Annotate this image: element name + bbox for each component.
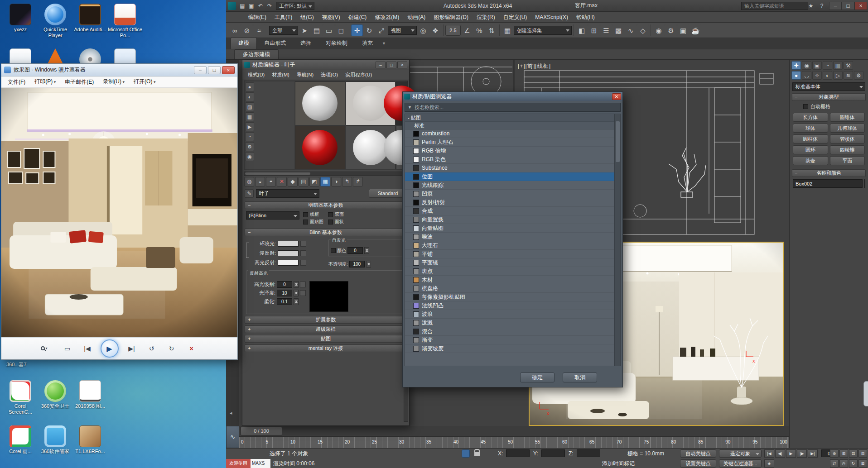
object-type-button[interactable]: 球体 [793, 124, 828, 133]
rollout-blinn-basic-params[interactable]: Blinn 基本参数 [245, 229, 407, 236]
desktop-icon-corel-draw[interactable]: Corel 画... [3, 425, 38, 454]
map-list-scrollbar[interactable] [614, 114, 620, 366]
pv-minimize-button[interactable]: – [194, 66, 207, 74]
object-type-button[interactable]: 几何球体 [830, 124, 865, 133]
desktop-icon-corel-screencap[interactable]: Corel ScreenC... [3, 380, 38, 415]
map-item[interactable]: 渐变 [405, 336, 620, 344]
map-item[interactable]: 每像素摄影机贴图 [405, 293, 620, 301]
help[interactable]: ? [817, 2, 826, 10]
key-mode-toggle[interactable]: ◈ [764, 459, 774, 468]
map-item[interactable]: 木材 [405, 276, 620, 284]
selection-filter-dropdown[interactable]: 全部 [269, 26, 298, 35]
map-item[interactable]: Perlin 大理石 [405, 138, 620, 147]
pv-menu-item[interactable]: 打开(O) [129, 76, 160, 88]
x-coordinate-input[interactable] [506, 449, 530, 457]
go-to-parent[interactable]: ↰ [342, 177, 352, 186]
viewport-label-front[interactable]: [+][前][线框] [518, 62, 551, 70]
menu-item[interactable]: MAXScript(X) [531, 12, 572, 23]
put-material-to-scene[interactable]: ◒ [255, 177, 265, 186]
make-material-copy[interactable]: ◆ [288, 177, 298, 186]
map-item[interactable]: RGB 倍增 [405, 147, 620, 155]
previous-button[interactable]: |◀ [81, 343, 94, 354]
use-pivot-center[interactable]: ◎ [417, 24, 429, 36]
object-type-button[interactable]: 圆柱体 [793, 134, 828, 143]
specular-map-button[interactable] [300, 260, 306, 266]
desktop-icon-texture[interactable]: T1.LX6RFo... [72, 425, 108, 454]
selection-set-dropdown[interactable]: 选定对象 [719, 449, 762, 458]
field-of-view[interactable]: ◷ [839, 459, 848, 468]
ribbon-tab[interactable]: 选择 [293, 38, 318, 49]
category-shapes[interactable]: ◡ [802, 71, 811, 80]
menu-item[interactable]: 视图(V) [318, 12, 344, 23]
map-search-input[interactable] [415, 105, 617, 110]
minimize-button[interactable]: – [829, 2, 842, 10]
auto-key-button[interactable]: 自动关键点 [680, 449, 716, 458]
rollout-shader-basic-params[interactable]: 明暗器基本参数 [245, 201, 407, 209]
map-item[interactable]: 向量置换 [405, 215, 620, 224]
orbit[interactable]: ↻ [849, 459, 858, 468]
save-file[interactable]: ▣ [247, 2, 256, 10]
map-item[interactable]: 反射/折射 [405, 198, 620, 207]
self-illum-value[interactable]: 0 [347, 247, 363, 254]
diffuse-map-button[interactable] [300, 250, 306, 256]
select-by-material[interactable]: ◉ [245, 152, 254, 161]
z-coordinate-input[interactable] [577, 449, 600, 457]
map-item[interactable]: 渐变坡度 [405, 344, 620, 353]
menu-item[interactable]: 修改器(M) [371, 12, 403, 23]
track-bar[interactable]: 0510152025303540455055606570758085909510… [239, 437, 789, 448]
workspace-selector[interactable]: 工作区: 默认 [276, 2, 314, 10]
key-filters-button[interactable]: 关键点过滤器... [719, 459, 762, 468]
object-type-button[interactable]: 长方体 [793, 113, 828, 122]
zoom-region[interactable]: ⊟ [858, 449, 867, 458]
undo[interactable]: ↶ [256, 2, 265, 10]
maximize-button[interactable]: □ [842, 2, 854, 10]
group-standard[interactable]: - 标准 [405, 122, 620, 129]
ribbon-tab[interactable]: 填充 [355, 38, 380, 49]
select-and-rotate[interactable]: ↻ [363, 24, 375, 36]
group-maps[interactable]: - 贴图 [405, 114, 620, 122]
go-to-end[interactable]: ▶| [808, 449, 818, 458]
menu-item[interactable]: 自定义(U) [499, 12, 531, 23]
named-selection-sets-dropdown[interactable]: 创建选择集 [514, 26, 572, 35]
map-item[interactable]: 合成 [405, 207, 620, 215]
glossiness-spinner[interactable] [294, 290, 299, 296]
object-type-button[interactable]: 平面 [830, 156, 865, 165]
menu-item[interactable]: 帮助(H) [572, 12, 599, 23]
render-production[interactable]: ☕ [690, 24, 701, 36]
map-item[interactable]: 向量贴图 [405, 224, 620, 233]
rendered-frame-window[interactable]: ▣ [677, 24, 689, 36]
map-item[interactable]: 位图 [405, 172, 620, 181]
close-button[interactable]: × [854, 2, 867, 10]
select-and-scale[interactable]: ⤢ [376, 24, 387, 36]
map-item[interactable]: 棋盘格 [405, 284, 620, 293]
play-slideshow-button[interactable]: ▶ [101, 339, 119, 358]
category-space-warps[interactable]: ≋ [844, 71, 853, 80]
sample-uv-tiling[interactable]: ▦ [245, 112, 254, 121]
object-type-button[interactable]: 管状体 [830, 134, 865, 143]
pv-menu-item[interactable]: 文件(F) [3, 76, 30, 88]
spinner-snap[interactable]: ⇅ [486, 24, 497, 36]
menu-item[interactable]: 图形编辑器(D) [429, 12, 473, 23]
object-color-swatch[interactable] [864, 179, 865, 188]
options[interactable]: ⚙ [245, 142, 254, 151]
menu-item[interactable]: 编辑(E) [244, 12, 270, 23]
photo-viewer-titlebar[interactable]: 效果图 - Windows 照片查看器 – □ × [1, 64, 237, 76]
tab-utilities[interactable]: ⚒ [844, 61, 853, 70]
me-menu-item[interactable]: 实用程序(U) [342, 70, 376, 79]
y-coordinate-input[interactable] [541, 449, 565, 457]
render-setup[interactable]: ⚙ [665, 24, 677, 36]
menu-item[interactable]: 创建(C) [344, 12, 371, 23]
previous-frame[interactable]: ◀| [775, 449, 785, 458]
desktop-icon-powerpoint[interactable]: Microsoft Office Po... [107, 4, 143, 38]
isolate-selection-toggle[interactable] [462, 449, 470, 458]
graphite-ribbon-toggle[interactable]: ▩ [612, 24, 624, 36]
object-type-button[interactable]: 圆环 [793, 145, 828, 154]
object-type-button[interactable]: 四棱锥 [830, 145, 865, 154]
desktop-icon-audition[interactable]: Adobe Auditi... [72, 4, 108, 33]
shader-checkbox[interactable] [303, 220, 308, 224]
sample-type[interactable]: ● [245, 82, 254, 91]
object-type-button[interactable]: 茶壶 [793, 156, 828, 165]
shader-checkbox[interactable] [303, 212, 308, 217]
map-browser-titlebar[interactable]: 材质/贴图浏览器 ✕ [403, 92, 622, 101]
me-close-button[interactable]: × [397, 62, 407, 68]
